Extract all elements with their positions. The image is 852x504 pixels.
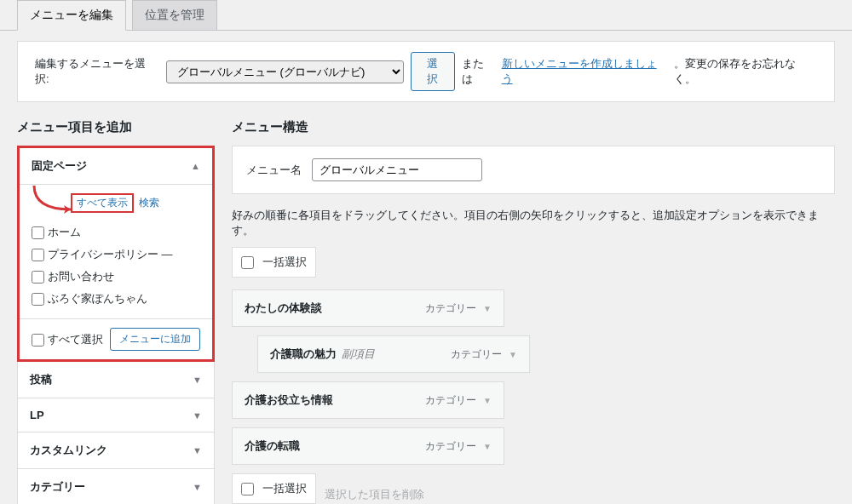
bulk-select-checkbox[interactable] <box>241 256 254 269</box>
bulk-select-top[interactable]: 一括選択 <box>232 247 316 278</box>
menu-item-title: 介護お役立ち情報 <box>245 392 333 408</box>
chevron-down-icon[interactable]: ▼ <box>483 442 492 451</box>
select-label: 編集するメニューを選択: <box>35 56 159 87</box>
caret-down-icon: ▼ <box>193 375 202 385</box>
subtab-search[interactable]: 検索 <box>139 196 159 210</box>
tail-text: 。変更の保存をお忘れなく。 <box>674 56 817 87</box>
list-item[interactable]: お問い合わせ <box>32 266 200 288</box>
page-checklist: ホーム プライバシーポリシー — お問い合わせ ぶろぐ家ぽんちゃん <box>32 221 200 310</box>
menu-item[interactable]: 介護職の魅力副項目 カテゴリー▼ <box>257 335 530 373</box>
accordion-header[interactable]: 投稿▼ <box>18 362 214 398</box>
tab-manage-locations[interactable]: 位置を管理 <box>132 0 217 30</box>
caret-up-icon: ▲ <box>191 161 200 171</box>
add-to-menu-button[interactable]: メニューに追加 <box>110 328 200 351</box>
accordion-lp: LP▼ <box>17 398 215 432</box>
accordion-fixed-page: 固定ページ ▲ すべて表示 検索 ホーム プライバシーポリシー — <box>17 146 215 362</box>
menu-name-input[interactable] <box>312 158 482 181</box>
bulk-select-checkbox[interactable] <box>241 483 254 495</box>
checkbox[interactable] <box>32 249 44 261</box>
checkbox[interactable] <box>32 293 44 306</box>
accordion-header[interactable]: LP▼ <box>18 398 214 432</box>
list-item[interactable]: ホーム <box>32 221 200 243</box>
tab-edit-menus[interactable]: メニューを編集 <box>17 0 126 31</box>
menu-item-title: 介護職の魅力 <box>270 347 337 360</box>
create-menu-link[interactable]: 新しいメニューを作成しましょう <box>502 56 667 87</box>
menu-select-bar: 編集するメニューを選択: グローバルメニュー (グローバルナビ) 選択 または … <box>17 41 835 102</box>
list-item[interactable]: ぶろぐ家ぽんちゃん <box>32 288 200 310</box>
checkbox[interactable] <box>32 271 44 284</box>
caret-down-icon: ▼ <box>193 445 202 455</box>
accordion-custom-link: カスタムリンク▼ <box>17 432 215 469</box>
menu-item[interactable]: 介護お役立ち情報 カテゴリー▼ <box>232 381 504 419</box>
bulk-select-bottom[interactable]: 一括選択 <box>232 473 316 504</box>
accordion-category: カテゴリー▼ <box>17 468 215 504</box>
select-all[interactable]: すべて選択 <box>32 332 103 347</box>
structure-title: メニュー構造 <box>232 119 835 135</box>
accordion-header[interactable]: カテゴリー▼ <box>18 469 214 504</box>
checkbox[interactable] <box>32 226 44 239</box>
or-text: または <box>462 56 495 87</box>
menu-item-title: わたしの体験談 <box>245 301 322 316</box>
subitem-label: 副項目 <box>342 347 375 360</box>
menu-name-row: メニュー名 <box>232 146 835 194</box>
add-items-title: メニュー項目を追加 <box>17 119 215 135</box>
menu-item[interactable]: 介護の転職 カテゴリー▼ <box>232 427 504 465</box>
subtab-all[interactable]: すべて表示 <box>71 193 134 213</box>
menu-items-list: わたしの体験談 カテゴリー▼ 介護職の魅力副項目 カテゴリー▼ 介護お役立ち情報… <box>232 289 835 465</box>
help-text: 好みの順番に各項目をドラッグしてください。項目の右側の矢印をクリックすると、追加… <box>232 208 835 238</box>
menu-item[interactable]: わたしの体験談 カテゴリー▼ <box>232 289 504 327</box>
delete-selected-link[interactable]: 選択した項目を削除 <box>325 487 424 502</box>
caret-down-icon: ▼ <box>193 410 202 421</box>
caret-down-icon: ▼ <box>193 482 202 492</box>
select-all-checkbox[interactable] <box>32 334 44 346</box>
accordion-header-fixed-page[interactable]: 固定ページ ▲ <box>20 148 212 184</box>
accordion-header[interactable]: カスタムリンク▼ <box>18 432 214 468</box>
menu-item-title: 介護の転職 <box>245 438 300 454</box>
list-item[interactable]: プライバシーポリシー — <box>32 243 200 266</box>
chevron-down-icon[interactable]: ▼ <box>509 350 517 359</box>
menu-select[interactable]: グローバルメニュー (グローバルナビ) <box>166 60 404 83</box>
nav-tabs: メニューを編集 位置を管理 <box>0 0 852 31</box>
accordion-posts: 投稿▼ <box>17 361 215 398</box>
select-button[interactable]: 選択 <box>411 52 455 91</box>
chevron-down-icon[interactable]: ▼ <box>483 396 492 405</box>
fixed-page-label: 固定ページ <box>32 158 87 174</box>
chevron-down-icon[interactable]: ▼ <box>483 304 492 313</box>
menu-name-label: メニュー名 <box>246 163 302 178</box>
